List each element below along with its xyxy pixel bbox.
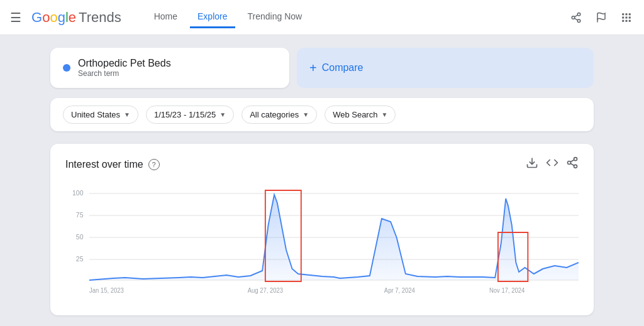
header-left: ☰ Google Trends Home Explore Trending No… [10,6,309,28]
nav-trending-now[interactable]: Trending Now [240,6,310,28]
svg-rect-13 [626,19,628,21]
chart-card: Interest over time ? [50,144,594,315]
main-nav: Home Explore Trending Now [147,6,309,28]
embed-icon[interactable] [546,156,558,172]
svg-point-17 [568,161,571,165]
svg-point-18 [574,165,577,168]
search-term-label: Orthopedic Pet Beds [78,58,171,69]
svg-point-1 [572,16,575,19]
filter-daterange[interactable]: 1/15/23 - 1/15/25 ▼ [146,106,234,124]
search-term-card: Orthopedic Pet Beds Search term [50,48,289,88]
flag-icon[interactable] [594,10,609,25]
chart-header: Interest over time ? [65,156,579,172]
header-right [569,10,634,25]
svg-text:25: 25 [76,255,84,263]
filter-daterange-label: 1/15/23 - 1/15/25 [154,110,216,119]
svg-line-3 [574,18,577,20]
chevron-down-icon: ▼ [219,111,226,118]
svg-text:Nov 17, 2024: Nov 17, 2024 [489,287,525,294]
svg-rect-6 [622,13,624,15]
svg-rect-10 [626,16,628,18]
svg-rect-9 [622,16,624,18]
svg-point-0 [577,13,580,16]
search-section: Orthopedic Pet Beds Search term + Compar… [50,48,594,88]
share-chart-icon[interactable] [566,156,579,172]
filter-categories[interactable]: All categories ▼ [242,106,317,124]
search-term-sublabel: Search term [78,69,171,78]
chart-actions [526,156,579,172]
svg-text:Jan 15, 2023: Jan 15, 2023 [89,287,124,294]
svg-text:75: 75 [76,211,84,219]
svg-text:Aug 27, 2023: Aug 27, 2023 [248,287,283,294]
nav-home[interactable]: Home [147,6,185,28]
filter-search-type[interactable]: Web Search ▼ [325,106,396,124]
chart-svg: 100 75 50 25 [65,187,579,300]
compare-card[interactable]: + Compare [297,48,594,88]
svg-point-2 [577,19,580,23]
svg-rect-12 [622,19,624,21]
svg-point-16 [574,158,577,161]
share-icon[interactable] [569,10,584,25]
svg-rect-11 [629,16,631,18]
filter-bar: United States ▼ 1/15/23 - 1/15/25 ▼ All … [50,98,594,131]
chart-title: Interest over time [65,159,143,170]
svg-rect-8 [629,13,631,15]
filter-region[interactable]: United States ▼ [63,106,138,124]
filter-region-label: United States [71,110,120,119]
chevron-down-icon: ▼ [303,111,309,118]
svg-text:100: 100 [72,189,83,197]
chevron-down-icon: ▼ [381,111,387,118]
filter-search-type-label: Web Search [333,110,377,119]
filter-categories-label: All categories [250,110,299,119]
google-trends-logo[interactable]: Google Trends [31,9,121,26]
compare-plus-icon: + [309,61,317,75]
svg-rect-7 [626,13,628,15]
svg-line-19 [570,163,574,165]
main-content: Orthopedic Pet Beds Search term + Compar… [0,35,644,326]
svg-text:Apr 7, 2024: Apr 7, 2024 [384,287,416,294]
term-indicator-dot [63,64,70,72]
chevron-down-icon: ▼ [124,111,130,118]
trends-wordmark: Trends [79,9,121,26]
interest-over-time-chart: 100 75 50 25 [65,187,579,303]
compare-label: Compare [322,62,364,73]
nav-explore[interactable]: Explore [190,6,235,28]
google-wordmark: Google [31,9,76,26]
header: ☰ Google Trends Home Explore Trending No… [0,0,644,35]
download-icon[interactable] [526,156,538,172]
help-icon[interactable]: ? [148,159,160,170]
svg-line-4 [574,14,577,16]
svg-rect-14 [629,19,631,21]
svg-line-20 [570,160,574,161]
svg-text:50: 50 [76,233,84,241]
grid-icon[interactable] [619,10,634,25]
hamburger-icon[interactable]: ☰ [10,10,21,25]
search-term-text: Orthopedic Pet Beds Search term [78,58,171,78]
chart-title-area: Interest over time ? [65,159,160,170]
